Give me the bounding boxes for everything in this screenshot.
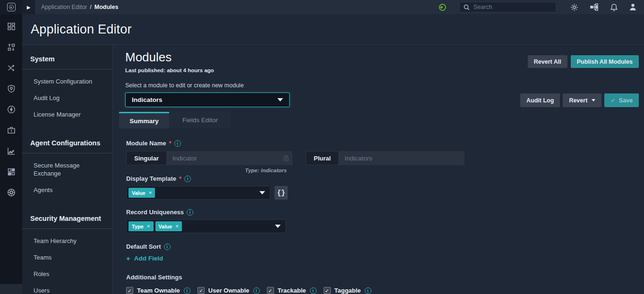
sort-priority-icon[interactable] [7,43,16,51]
settings-sidebar: System System Configuration Audit Log Li… [22,45,113,294]
check-icon: ✓ [610,97,615,104]
info-icon[interactable]: i [164,244,171,250]
singular-name-input[interactable] [167,151,292,165]
plural-addon-label: Plural [306,151,339,165]
last-published-text: Last published: about 4 hours ago [125,67,214,73]
info-icon[interactable]: i [253,287,260,294]
additional-settings-label: Additional Settings [126,274,182,281]
global-search [459,2,556,12]
singular-group: Singular [126,151,292,165]
save-button[interactable]: ✓ Save [604,93,639,107]
play-icon: ▶ [27,5,31,10]
checkbox-checked-icon[interactable]: ✓ [267,287,274,294]
required-asterisk: * [179,175,181,182]
tab-summary[interactable]: Summary [119,112,169,128]
sidebar-section-system: System [22,45,112,69]
topbar-icons [570,3,636,11]
icon-rail [0,14,22,294]
checkbox-label: Team Ownable [137,287,180,294]
logo-icon [7,3,16,11]
info-icon[interactable]: i [310,287,317,294]
module-select-row: Select a module to edit or create new mo… [113,78,644,107]
sidebar-item-roles[interactable]: Roles [22,266,112,282]
template-braces-button[interactable]: {} [275,186,288,200]
checkbox-label: Taggable [335,287,361,294]
user-profile-icon[interactable] [629,3,636,11]
gear-icon[interactable] [570,3,578,11]
module-select-value: Indicators [132,96,163,103]
tag-label: Type [132,224,144,229]
modules-grid-icon[interactable] [7,168,16,176]
plural-name-input[interactable] [339,151,464,165]
topbar-right [439,2,644,12]
sidebar-list: System Configuration Audit Log License M… [22,69,112,129]
settings-wheel-icon[interactable] [7,188,16,197]
add-field-label: Add Field [134,255,163,262]
sidebar-item-secure-message-exchange[interactable]: Secure Message Exchange [22,157,103,182]
record-uniqueness-select[interactable]: Type × Value × [126,219,286,233]
audit-log-button[interactable]: Audit Log [520,93,560,107]
app-logo[interactable] [0,0,22,14]
sidebar-item-team-hierarchy[interactable]: Team Hierarchy [22,233,112,249]
sidebar-list: Secure Message Exchange Agents [22,153,112,205]
sidebar-item-users[interactable]: Users [22,282,112,294]
required-asterisk: * [169,140,172,147]
tab-fields-editor[interactable]: Fields Editor [169,112,231,128]
add-field-link[interactable]: + Add Field [126,254,644,262]
tag-value: Value × [129,188,155,198]
module-name-label: Module Name [126,140,166,147]
additional-settings-label-row: Additional Settings [126,274,644,281]
revert-dropdown-button[interactable]: Revert [563,93,601,107]
sidebar-item-teams[interactable]: Teams [22,249,112,266]
info-icon[interactable]: i [365,287,371,294]
reports-chart-icon[interactable] [7,147,16,155]
info-icon[interactable]: i [184,176,191,182]
tag-value: Value × [155,221,182,231]
sidebar-item-system-configuration[interactable]: System Configuration [22,73,112,90]
module-name-row: Singular Plural [126,151,644,165]
remove-tag-icon[interactable]: × [147,224,150,229]
revert-all-button[interactable]: Revert All [528,55,567,68]
tag-type: Type × [129,221,154,231]
remove-tag-icon[interactable]: × [149,190,152,196]
breadcrumb-current: Modules [94,4,119,10]
checkbox-taggable[interactable]: ✓ Taggable i [324,287,371,294]
application-window: ▶ Application Editor / Modules [0,0,644,294]
chevron-down-icon [259,191,265,194]
singular-addon-label: Singular [126,151,167,165]
checkbox-trackable[interactable]: ✓ Trackable i [267,287,317,294]
checkbox-user-ownable[interactable]: ✓ User Ownable i [197,287,260,294]
workflow-icon[interactable] [590,3,599,11]
dashboard-icon[interactable] [7,22,16,31]
checkbox-checked-icon[interactable]: ✓ [324,287,331,294]
publish-all-modules-button[interactable]: Publish All Modules [571,55,639,68]
checkbox-checked-icon[interactable]: ✓ [197,287,205,294]
display-template-select[interactable]: Value × [126,186,270,200]
plural-group: Plural [306,151,464,165]
sidebar-item-audit-log[interactable]: Audit Log [22,90,112,106]
chevron-down-icon [275,225,281,228]
sidebar-expand-button[interactable]: ▶ [22,0,35,14]
playbooks-shuffle-icon[interactable] [7,64,16,72]
info-icon[interactable]: i [187,209,193,216]
record-uniqueness-row: Type × Value × [126,219,644,233]
tag-label: Value [132,190,146,196]
notifications-bell-icon[interactable] [610,3,618,11]
sidebar-item-agents[interactable]: Agents [22,182,112,198]
rail-bottom-highlight [0,284,22,294]
breadcrumb-parent[interactable]: Application Editor [41,4,87,10]
sidebar-item-license-manager[interactable]: License Manager [22,106,112,123]
threat-intel-shield-icon[interactable] [7,84,16,93]
search-input[interactable] [473,4,552,10]
checkbox-checked-icon[interactable]: ✓ [126,287,133,294]
record-uniqueness-label-row: Record Uniqueness i [126,209,644,216]
checkbox-team-ownable[interactable]: ✓ Team Ownable i [126,287,190,294]
module-select-group: Select a module to edit or create new mo… [125,82,290,107]
cases-briefcase-icon[interactable] [7,126,16,134]
info-icon[interactable]: i [184,287,190,294]
system-status-icon[interactable] [439,4,446,11]
info-icon[interactable]: i [174,140,181,147]
automation-bolt-icon[interactable] [7,105,16,114]
module-select-dropdown[interactable]: Indicators [125,92,290,107]
remove-tag-icon[interactable]: × [175,224,179,229]
